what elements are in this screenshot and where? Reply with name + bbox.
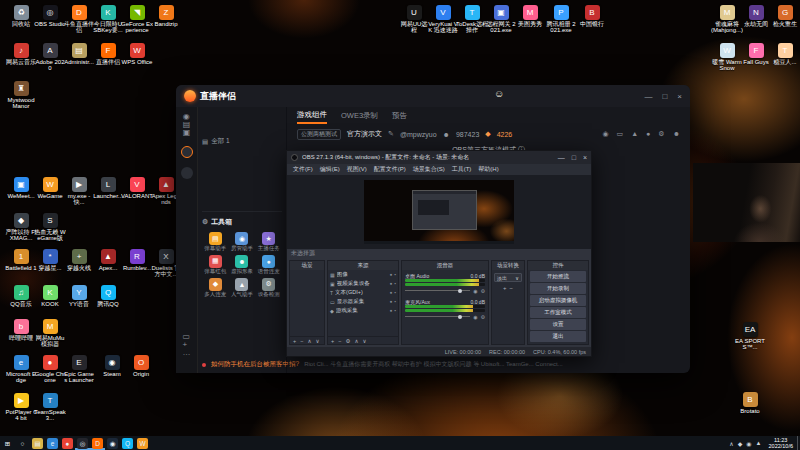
obs-titlebar[interactable]: OBS 27.1.3 (64-bit, windows) - 配置文件: 未命名… (287, 151, 591, 164)
transition-select[interactable]: 淡出 ∨ (494, 273, 522, 282)
desktop-icon[interactable]: M 网易MuMu模拟器 (34, 319, 66, 348)
desktop-icon[interactable]: ♫ QQ音乐 (5, 285, 37, 307)
desktop-icon[interactable]: T ToDesk远程操作 (456, 5, 488, 34)
user-icon[interactable]: ☻ (673, 130, 680, 138)
desktop-icon[interactable]: E Epic Games Launcher (63, 355, 95, 384)
maximize-button[interactable]: □ (572, 154, 576, 161)
toolbox-item[interactable]: ⚙ 设备检测 (255, 278, 282, 298)
desktop-icon[interactable]: ♜ Mystwood Manor (5, 81, 37, 110)
desktop-icon[interactable]: ▲ Apex... (92, 249, 124, 271)
close-button[interactable]: × (677, 92, 682, 101)
app-nav-tab[interactable]: 游戏组件 (297, 108, 327, 124)
lock-icon[interactable]: ▪ (394, 290, 396, 295)
tray-expand-icon[interactable]: ∧ (729, 440, 733, 447)
lock-icon[interactable]: ▪ (394, 272, 396, 277)
desktop-icon[interactable]: ▣ 远程网关 2021.exe (485, 5, 517, 34)
bell-icon[interactable]: ● (646, 130, 650, 138)
lock-icon[interactable]: ▪ (394, 308, 396, 313)
scene-filter-row[interactable]: ▤ 全部 1 (202, 137, 282, 146)
menu-item[interactable]: 视图(V) (347, 165, 367, 174)
visibility-eye-icon[interactable]: ● (390, 299, 393, 304)
toolbar-button[interactable]: + (331, 338, 334, 344)
toolbar-button[interactable]: + (293, 338, 296, 344)
volume-slider[interactable] (405, 316, 470, 317)
search-button[interactable]: ○ (15, 436, 30, 450)
desktop-icon[interactable]: S 热血无赖 WeGame版 (34, 213, 66, 242)
network-icon[interactable]: ▲ (756, 440, 762, 446)
desktop-icon[interactable]: ◥ GeForce Experience (121, 5, 153, 34)
more-icon[interactable]: … (183, 349, 191, 357)
chrome[interactable]: ● (60, 436, 75, 450)
qq[interactable]: Q (120, 436, 135, 450)
toolbox-item[interactable]: ▤ 弹幕助手 (202, 232, 229, 252)
desktop-icon[interactable]: ▶ my.exe - 快... (63, 177, 95, 206)
desktop-icon[interactable]: ♪ 网易云音乐 (5, 43, 37, 65)
desktop-icon[interactable]: G 枪火重生 (769, 5, 800, 27)
desktop-icon[interactable]: W WeGame (34, 177, 66, 199)
desktop-icon[interactable]: N 永劫无间 (740, 5, 772, 27)
edge[interactable]: e (45, 436, 60, 450)
toolbox-item[interactable]: ● 语音连麦 (255, 255, 282, 275)
footer-notice-link[interactable]: 如何防手机在后台被黑客中招? (211, 360, 299, 369)
shield-icon[interactable]: ▲ (631, 130, 638, 138)
toolbar-button[interactable]: − (300, 338, 303, 344)
desktop-icon[interactable]: ◆ 严阵以待 FIXMAG... (5, 213, 37, 242)
gear-icon[interactable]: ⚙ (481, 288, 485, 294)
desktop-icon[interactable]: P 腾讯相册 2021.exe (545, 5, 577, 34)
start-button[interactable]: ⊞ (0, 436, 15, 450)
desktop-icon[interactable]: T TeamSpeak 3... (34, 393, 66, 422)
desktop-icon[interactable]: V VALORANT (121, 177, 153, 199)
desktop-icon[interactable]: K 今日限時USBKey要... (92, 5, 124, 34)
gear-icon[interactable]: ⚙ (481, 314, 485, 320)
edit-icon[interactable]: ✎ (388, 130, 394, 138)
toolbar-button[interactable]: ∧ (354, 338, 358, 344)
desktop-icon[interactable]: 1 Battlefield 1 (5, 249, 37, 271)
desktop-icon[interactable]: ▣ WeMeet... (5, 177, 37, 199)
menu-item[interactable]: 场景集合(S) (413, 165, 445, 174)
app-nav-tab[interactable]: OWE3录制 (341, 109, 378, 123)
toolbar-button[interactable]: + (503, 285, 507, 291)
desktop-icon[interactable]: Q 腾讯QQ (92, 285, 124, 307)
desktop-icon[interactable]: ▤ Administr... (63, 43, 95, 65)
menu-item[interactable]: 编辑(E) (320, 165, 340, 174)
toolbox-item[interactable]: ☻ 虚拟形象 (229, 255, 256, 275)
toolbar-button[interactable]: ⚙ (345, 338, 350, 344)
menu-item[interactable]: 文件(F) (293, 165, 313, 174)
visibility-eye-icon[interactable]: ● (390, 308, 393, 313)
control-button[interactable]: 工作室模式 (530, 307, 586, 318)
obs[interactable]: ◎ (75, 436, 90, 450)
avatar[interactable] (181, 167, 193, 179)
lock-icon[interactable]: ▪ (394, 299, 396, 304)
desktop-icon[interactable]: V VeryKuai VK 迅速迷路 (427, 5, 459, 34)
desktop-icon[interactable]: B Brotato (734, 392, 766, 414)
close-button[interactable]: × (583, 154, 587, 161)
volume-icon[interactable]: ◉ (746, 440, 751, 447)
desktop-icon[interactable]: ◎ OBS Studio (34, 5, 66, 27)
desktop-icon[interactable]: * 穿越星... (34, 249, 66, 271)
desktop-icon[interactable]: e Microsoft Edge (5, 355, 37, 384)
toolbox-item[interactable]: ★ 主播任务 (255, 232, 282, 252)
wegame[interactable]: W (135, 436, 150, 450)
desktop-icon[interactable]: ◉ Steam (96, 355, 128, 377)
minimize-button[interactable]: — (644, 92, 652, 101)
mascot-icon[interactable]: ☺ (494, 88, 504, 99)
desktop-icon[interactable]: B 中国银行 (576, 5, 608, 27)
desktop-icon[interactable]: EA EA SPORTS™... (734, 322, 766, 351)
desktop-icon[interactable]: W 暖雪 Warm Snow (711, 43, 743, 72)
scenes-list[interactable] (290, 270, 324, 336)
desktop-icon[interactable]: ● Google Chrome (34, 355, 66, 384)
slider-knob[interactable] (458, 315, 462, 319)
source-row[interactable]: ▦ 图像 ● ▪ (328, 270, 398, 279)
source-row[interactable]: ▭ 显示器采集 ● ▪ (328, 297, 398, 306)
desktop-icon[interactable]: R Rumblev... (121, 249, 153, 271)
minimize-button[interactable]: — (558, 154, 565, 161)
desktop-icon[interactable]: O Origin (125, 355, 157, 377)
toolbox-item[interactable]: ▦ 弹幕红包 (202, 255, 229, 275)
camera-icon[interactable]: ◉ (602, 130, 608, 138)
camera-icon[interactable]: ▣ (183, 129, 191, 137)
desktop-icon[interactable]: M 雀魂麻将 (Mahjong...) (711, 5, 743, 34)
avatar[interactable] (181, 146, 193, 158)
menu-item[interactable]: 配置文件(P) (374, 165, 406, 174)
gear-icon[interactable]: ⚙ (658, 130, 664, 138)
menu-item[interactable]: 工具(T) (452, 165, 472, 174)
